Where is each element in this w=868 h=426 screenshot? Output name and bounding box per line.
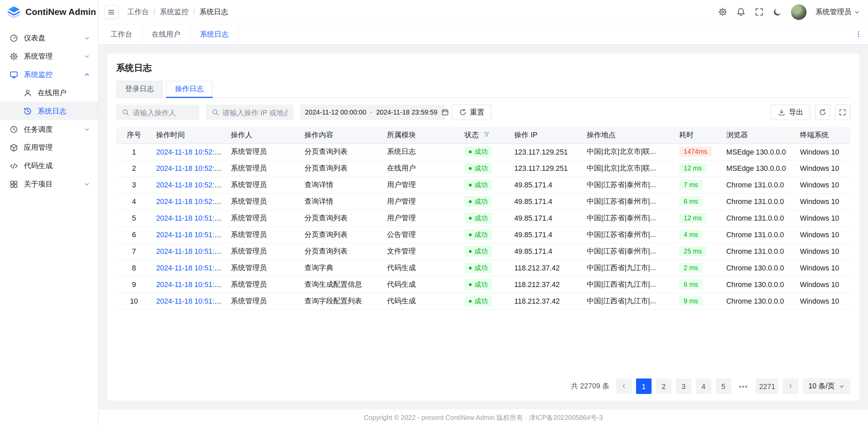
cell-location: 中国|江西省|九江市|...	[583, 293, 675, 309]
cell-os: Windows 10	[795, 293, 850, 309]
cell-operator: 系统管理员	[226, 276, 300, 293]
page-footer: Copyright © 2022 - present ContiNew Admi…	[99, 409, 868, 426]
pagination-prev-button[interactable]	[616, 379, 632, 394]
pagination-ellipsis[interactable]: •••	[735, 379, 751, 394]
log-time-link[interactable]: 2024-11-18 10:51:55	[156, 214, 222, 222]
ip-search-field[interactable]	[206, 105, 293, 120]
settings-button[interactable]	[718, 7, 728, 17]
cell-time: 2024-11-18 10:51:53	[152, 226, 226, 243]
logo[interactable]: ContiNew Admin	[0, 0, 98, 24]
cell-location: 中国|江西省|九江市|...	[583, 276, 675, 293]
sidebar-item-task-schedule[interactable]: 任务调度	[0, 120, 98, 138]
status-badge: 成功	[465, 212, 492, 224]
breadcrumb-item[interactable]: 工作台	[127, 7, 149, 17]
log-time-link[interactable]: 2024-11-18 10:52:12	[156, 181, 222, 189]
pagination: 共 22709 条 12345•••2271 10 条/页	[116, 372, 850, 394]
sidebar-item-code-generation[interactable]: 代码生成	[0, 157, 98, 175]
operator-search-field[interactable]	[116, 105, 199, 120]
code-icon	[9, 161, 18, 170]
chevron-down-icon	[854, 8, 861, 15]
search-icon	[212, 108, 219, 116]
cell-time: 2024-11-18 10:52:12	[152, 177, 226, 193]
log-table-row: 62024-11-18 10:51:53系统管理员分页查询列表公告管理成功49.…	[116, 226, 850, 243]
table-header-row: 序号 操作时间 操作人 操作内容 所属模块 状态 操作 IP 操作	[116, 127, 850, 143]
sidebar-item-system-management[interactable]: 系统管理	[0, 47, 98, 65]
duration-badge: 12 ms	[679, 163, 706, 173]
cell-status: 成功	[460, 226, 510, 243]
status-badge: 成功	[465, 262, 492, 273]
content-area: 系统日志 登录日志 操作日志	[99, 45, 868, 409]
dark-mode-button[interactable]	[773, 7, 782, 17]
column-header-index: 序号	[116, 127, 152, 143]
cell-status: 成功	[460, 260, 510, 276]
log-table-row: 82024-11-18 10:51:50系统管理员查询字典代码生成成功118.2…	[116, 260, 850, 276]
cell-time: 2024-11-18 10:51:55	[152, 210, 226, 226]
cell-browser: Chrome 131.0.0.0	[722, 177, 795, 193]
filter-toolbar: 2024-11-12 00:00:00 - 2024-11-18 23:59:5…	[116, 105, 850, 120]
status-badge: 成功	[465, 279, 492, 290]
log-table-row: 22024-11-18 10:52:47系统管理员分页查询列表在线用户成功123…	[116, 160, 850, 177]
log-time-link[interactable]: 2024-11-18 10:52:47	[156, 164, 222, 172]
sidebar-item-about-project[interactable]: 关于项目	[0, 175, 98, 193]
sidebar-item-dashboard[interactable]: 仪表盘	[0, 29, 98, 47]
download-icon	[778, 108, 786, 116]
fullscreen-button[interactable]	[754, 7, 764, 17]
log-table-body: 12024-11-18 10:52:55系统管理员分页查询列表系统日志成功123…	[116, 143, 850, 309]
table-fullscreen-button[interactable]	[835, 105, 850, 120]
log-time-link[interactable]: 2024-11-18 10:52:55	[156, 147, 222, 156]
sidebar-item-online-users[interactable]: 在线用户	[0, 84, 98, 102]
tab-login-log[interactable]: 登录日志	[116, 81, 163, 97]
user-avatar[interactable]	[791, 4, 807, 20]
ip-search-input[interactable]	[222, 108, 288, 116]
sidebar-item-system-log[interactable]: 系统日志	[0, 102, 98, 120]
moon-icon	[773, 7, 782, 17]
tab-system-log[interactable]: 系统日志	[191, 24, 239, 44]
reset-button[interactable]: 重置	[452, 105, 492, 120]
cell-status: 成功	[460, 276, 510, 293]
gear-icon	[718, 7, 728, 17]
pagination-page[interactable]: 2	[656, 379, 671, 394]
status-dot-icon	[469, 217, 472, 219]
page-size-select[interactable]: 10 条/页	[803, 379, 850, 394]
pagination-total: 共 22709 条	[571, 381, 609, 391]
cell-status: 成功	[460, 210, 510, 226]
log-time-link[interactable]: 2024-11-18 10:51:49	[156, 297, 222, 305]
log-time-link[interactable]: 2024-11-18 10:51:50	[156, 264, 222, 272]
main-area: 工作台 / 系统监控 / 系统日志 系统管理员 工作台	[99, 0, 868, 426]
filter-funnel-icon[interactable]	[483, 131, 490, 138]
log-time-link[interactable]: 2024-11-18 10:51:49	[156, 280, 222, 288]
log-time-link[interactable]: 2024-11-18 10:51:52	[156, 247, 222, 255]
page-size-value: 10 条/页	[808, 381, 835, 391]
tab-options-button[interactable]	[855, 31, 863, 38]
breadcrumb-separator: /	[193, 8, 195, 16]
notifications-button[interactable]	[736, 7, 746, 17]
sidebar-collapse-button[interactable]	[104, 5, 118, 19]
refresh-table-button[interactable]	[815, 105, 830, 120]
tab-workbench[interactable]: 工作台	[101, 24, 142, 44]
log-time-link[interactable]: 2024-11-18 10:52:05	[156, 197, 222, 205]
column-header-ip: 操作 IP	[510, 127, 583, 143]
status-dot-icon	[469, 266, 472, 269]
pagination-page[interactable]: 5	[716, 379, 731, 394]
tab-operation-log[interactable]: 操作日志	[166, 81, 213, 97]
sidebar-item-system-monitor[interactable]: 系统监控	[0, 65, 98, 84]
pagination-page[interactable]: 1	[636, 379, 651, 394]
pagination-page[interactable]: 3	[676, 379, 691, 394]
operator-search-input[interactable]	[133, 108, 194, 116]
date-range-picker[interactable]: 2024-11-12 00:00:00 - 2024-11-18 23:59:5…	[300, 105, 445, 120]
chevron-left-icon	[620, 383, 627, 390]
user-menu[interactable]: 系统管理员	[815, 7, 860, 17]
log-time-link[interactable]: 2024-11-18 10:51:53	[156, 230, 222, 239]
system-log-card: 系统日志 登录日志 操作日志	[107, 54, 859, 401]
pagination-page[interactable]: 2271	[756, 379, 778, 394]
cell-duration: 1474ms	[675, 143, 722, 160]
status-dot-icon	[469, 183, 472, 186]
export-button[interactable]: 导出	[771, 105, 811, 120]
sidebar-item-app-management[interactable]: 应用管理	[0, 138, 98, 157]
breadcrumb-item[interactable]: 系统监控	[160, 7, 189, 17]
tab-bar-extra	[849, 24, 868, 44]
pagination-page[interactable]: 4	[696, 379, 711, 394]
tab-online-users[interactable]: 在线用户	[142, 24, 191, 44]
cell-browser: Chrome 130.0.0.0	[722, 293, 795, 309]
pagination-next-button[interactable]	[783, 379, 798, 394]
